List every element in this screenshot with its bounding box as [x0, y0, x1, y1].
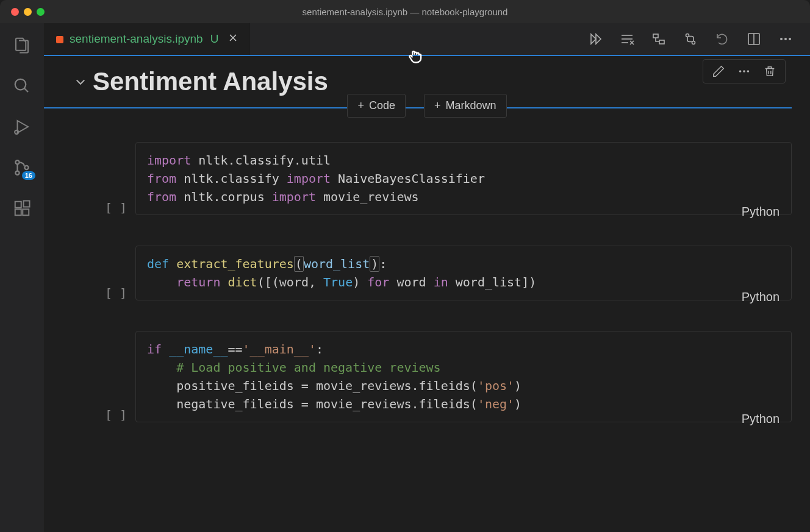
cell-language[interactable]: Python	[742, 412, 780, 426]
svg-point-4	[15, 160, 19, 164]
svg-point-6	[24, 166, 28, 169]
tab-bar: sentiement-analysis.ipynb U	[44, 23, 810, 55]
execution-count: [ ]	[105, 200, 127, 215]
svg-rect-11	[56, 36, 63, 43]
notebook-file-icon	[55, 34, 65, 44]
svg-point-23	[686, 34, 689, 37]
svg-point-0	[15, 79, 26, 90]
window-close-button[interactable]	[11, 8, 19, 16]
svg-point-30	[739, 70, 742, 73]
code-content[interactable]: if __name__=='__main__': # Load positive…	[135, 331, 792, 422]
tab-filename: sentiement-analysis.ipynb	[70, 32, 203, 46]
undo-icon[interactable]	[715, 32, 729, 46]
svg-rect-9	[23, 209, 29, 215]
code-cell[interactable]: import nltk.classify.utilfrom nltk.class…	[74, 142, 792, 215]
code-cell[interactable]: if __name__=='__main__': # Load positive…	[74, 331, 792, 422]
svg-point-32	[747, 70, 750, 73]
svg-point-28	[784, 38, 787, 40]
code-content[interactable]: import nltk.classify.utilfrom nltk.class…	[135, 142, 792, 215]
activity-bar: 16	[0, 23, 44, 532]
execution-count: [ ]	[105, 286, 127, 300]
svg-point-31	[743, 70, 745, 73]
svg-line-1	[24, 88, 28, 92]
window-zoom-button[interactable]	[37, 8, 45, 16]
clear-outputs-icon[interactable]	[620, 32, 634, 46]
svg-point-5	[15, 171, 19, 175]
extensions-icon[interactable]	[12, 199, 32, 218]
more-actions-icon[interactable]	[778, 32, 793, 46]
run-debug-icon[interactable]	[12, 117, 32, 137]
search-icon[interactable]	[12, 76, 32, 96]
explorer-icon[interactable]	[12, 35, 32, 55]
restart-kernel-icon[interactable]	[683, 32, 698, 46]
collapse-section-icon[interactable]	[74, 76, 87, 88]
svg-rect-22	[659, 40, 664, 44]
code-cell[interactable]: def extract_features(word_list): return …	[74, 246, 792, 300]
execution-count: [ ]	[105, 408, 127, 422]
svg-point-29	[789, 38, 791, 40]
variables-icon[interactable]	[651, 32, 666, 46]
cell-language[interactable]: Python	[742, 290, 780, 304]
window-minimize-button[interactable]	[24, 8, 32, 16]
svg-rect-8	[15, 209, 21, 215]
source-control-icon[interactable]: 16	[12, 158, 32, 177]
insert-markdown-button[interactable]: +Markdown	[424, 94, 507, 118]
cell-language[interactable]: Python	[742, 205, 780, 219]
split-editor-icon[interactable]	[747, 32, 761, 46]
svg-marker-2	[18, 121, 29, 133]
tab-file[interactable]: sentiement-analysis.ipynb U	[44, 23, 249, 55]
cell-more-icon[interactable]	[737, 65, 751, 78]
svg-rect-7	[15, 202, 21, 208]
svg-rect-21	[653, 34, 658, 38]
svg-point-27	[780, 38, 783, 40]
svg-marker-14	[591, 34, 596, 44]
delete-cell-icon[interactable]	[763, 65, 776, 78]
code-content[interactable]: def extract_features(word_list): return …	[135, 246, 792, 300]
run-all-icon[interactable]	[588, 32, 603, 46]
tab-status: U	[210, 32, 219, 46]
svg-point-24	[692, 41, 695, 44]
tab-close-icon[interactable]	[228, 32, 238, 46]
svg-point-3	[15, 130, 18, 134]
window-titlebar: sentiement-analysis.ipynb — notebook-pla…	[0, 0, 810, 23]
scm-badge: 16	[22, 171, 35, 180]
notebook-content: Sentiment Analysis +Code +Markdown impor…	[44, 55, 810, 532]
svg-rect-10	[24, 201, 30, 207]
window-title: sentiement-analysis.ipynb — notebook-pla…	[303, 7, 508, 17]
cell-toolbar	[703, 59, 786, 83]
svg-marker-15	[596, 34, 601, 44]
insert-code-button[interactable]: +Code	[347, 94, 406, 118]
edit-cell-icon[interactable]	[712, 65, 725, 78]
notebook-title: Sentiment Analysis	[93, 67, 328, 96]
